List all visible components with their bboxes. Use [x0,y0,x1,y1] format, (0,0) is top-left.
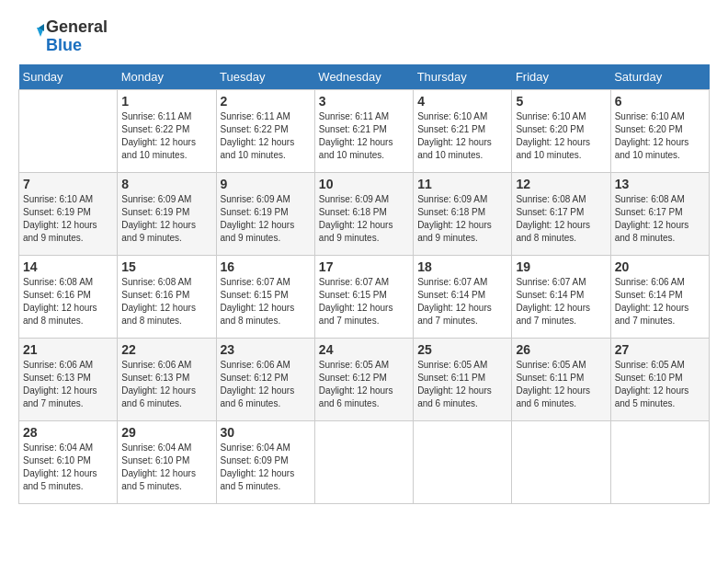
weekday-header-monday: Monday [118,64,216,90]
calendar-cell: 20Sunrise: 6:06 AMSunset: 6:14 PMDayligh… [610,255,709,338]
day-number: 4 [417,94,507,109]
calendar-cell: 13Sunrise: 6:08 AMSunset: 6:17 PMDayligh… [610,172,709,255]
calendar-cell: 14Sunrise: 6:08 AMSunset: 6:16 PMDayligh… [19,255,118,338]
day-number: 30 [221,425,311,440]
day-info: Sunrise: 6:08 AMSunset: 6:17 PMDaylight:… [615,193,705,245]
calendar-cell: 12Sunrise: 6:08 AMSunset: 6:17 PMDayligh… [512,172,610,255]
day-number: 5 [516,94,606,109]
day-info: Sunrise: 6:07 AMSunset: 6:15 PMDaylight:… [319,276,409,327]
calendar-cell [314,420,413,503]
weekday-header-row: SundayMondayTuesdayWednesdayThursdayFrid… [19,64,710,90]
day-info: Sunrise: 6:08 AMSunset: 6:17 PMDaylight:… [516,193,606,245]
day-info: Sunrise: 6:06 AMSunset: 6:13 PMDaylight:… [23,359,113,410]
day-info: Sunrise: 6:11 AMSunset: 6:22 PMDaylight:… [221,110,311,162]
day-info: Sunrise: 6:10 AMSunset: 6:21 PMDaylight:… [417,110,507,162]
day-number: 29 [121,425,211,440]
day-number: 1 [121,94,211,109]
day-info: Sunrise: 6:04 AMSunset: 6:10 PMDaylight:… [121,442,211,493]
day-number: 2 [221,94,311,109]
week-row-2: 7Sunrise: 6:10 AMSunset: 6:19 PMDaylight… [19,172,710,255]
calendar-cell: 3Sunrise: 6:11 AMSunset: 6:21 PMDaylight… [314,89,413,172]
calendar-cell: 15Sunrise: 6:08 AMSunset: 6:16 PMDayligh… [118,255,216,338]
day-number: 17 [319,259,409,274]
logo-blue: Blue [46,37,108,55]
day-info: Sunrise: 6:06 AMSunset: 6:12 PMDaylight:… [221,359,311,410]
day-info: Sunrise: 6:05 AMSunset: 6:10 PMDaylight:… [615,359,705,410]
calendar-cell: 27Sunrise: 6:05 AMSunset: 6:10 PMDayligh… [610,338,709,420]
day-info: Sunrise: 6:05 AMSunset: 6:12 PMDaylight:… [319,359,409,410]
day-number: 3 [319,94,409,109]
day-info: Sunrise: 6:09 AMSunset: 6:19 PMDaylight:… [121,193,211,245]
calendar-cell [19,89,118,172]
day-info: Sunrise: 6:07 AMSunset: 6:14 PMDaylight:… [417,276,507,327]
calendar-cell [512,420,610,503]
day-info: Sunrise: 6:09 AMSunset: 6:18 PMDaylight:… [319,193,409,245]
day-info: Sunrise: 6:07 AMSunset: 6:15 PMDaylight:… [221,276,311,327]
logo: General Blue [18,18,108,55]
week-row-3: 14Sunrise: 6:08 AMSunset: 6:16 PMDayligh… [19,255,710,338]
calendar-cell: 5Sunrise: 6:10 AMSunset: 6:20 PMDaylight… [512,89,610,172]
day-number: 9 [221,177,311,191]
logo-bird-icon [18,24,44,50]
day-info: Sunrise: 6:04 AMSunset: 6:10 PMDaylight:… [23,442,113,493]
day-number: 12 [516,177,606,191]
day-info: Sunrise: 6:09 AMSunset: 6:19 PMDaylight:… [221,193,311,245]
calendar-cell: 16Sunrise: 6:07 AMSunset: 6:15 PMDayligh… [216,255,314,338]
day-number: 21 [23,342,113,357]
page-header: General Blue [18,18,710,55]
calendar-cell: 18Sunrise: 6:07 AMSunset: 6:14 PMDayligh… [414,255,512,338]
calendar-cell: 9Sunrise: 6:09 AMSunset: 6:19 PMDaylight… [216,172,314,255]
calendar-cell: 8Sunrise: 6:09 AMSunset: 6:19 PMDaylight… [118,172,216,255]
day-number: 14 [23,259,113,274]
day-number: 20 [615,259,705,274]
calendar-cell: 22Sunrise: 6:06 AMSunset: 6:13 PMDayligh… [118,338,216,420]
calendar-cell: 11Sunrise: 6:09 AMSunset: 6:18 PMDayligh… [414,172,512,255]
day-number: 16 [221,259,311,274]
week-row-1: 1Sunrise: 6:11 AMSunset: 6:22 PMDaylight… [19,89,710,172]
weekday-header-sunday: Sunday [19,64,118,90]
day-info: Sunrise: 6:11 AMSunset: 6:21 PMDaylight:… [319,110,409,162]
week-row-4: 21Sunrise: 6:06 AMSunset: 6:13 PMDayligh… [19,338,710,420]
calendar-cell: 1Sunrise: 6:11 AMSunset: 6:22 PMDaylight… [118,89,216,172]
day-number: 8 [121,177,211,191]
calendar-cell: 19Sunrise: 6:07 AMSunset: 6:14 PMDayligh… [512,255,610,338]
day-number: 23 [221,342,311,357]
calendar-cell: 2Sunrise: 6:11 AMSunset: 6:22 PMDaylight… [216,89,314,172]
calendar-cell: 28Sunrise: 6:04 AMSunset: 6:10 PMDayligh… [19,420,118,503]
day-info: Sunrise: 6:08 AMSunset: 6:16 PMDaylight:… [121,276,211,327]
calendar-cell: 17Sunrise: 6:07 AMSunset: 6:15 PMDayligh… [314,255,413,338]
day-info: Sunrise: 6:05 AMSunset: 6:11 PMDaylight:… [417,359,507,410]
day-number: 11 [417,177,507,191]
day-number: 6 [615,94,705,109]
calendar-cell: 30Sunrise: 6:04 AMSunset: 6:09 PMDayligh… [216,420,314,503]
day-info: Sunrise: 6:11 AMSunset: 6:22 PMDaylight:… [121,110,211,162]
weekday-header-thursday: Thursday [414,64,512,90]
day-number: 27 [615,342,705,357]
day-number: 24 [319,342,409,357]
calendar-cell [414,420,512,503]
weekday-header-tuesday: Tuesday [216,64,314,90]
calendar-cell: 21Sunrise: 6:06 AMSunset: 6:13 PMDayligh… [19,338,118,420]
week-row-5: 28Sunrise: 6:04 AMSunset: 6:10 PMDayligh… [19,420,710,503]
day-info: Sunrise: 6:09 AMSunset: 6:18 PMDaylight:… [417,193,507,245]
calendar-cell: 6Sunrise: 6:10 AMSunset: 6:20 PMDaylight… [610,89,709,172]
calendar-cell: 23Sunrise: 6:06 AMSunset: 6:12 PMDayligh… [216,338,314,420]
day-number: 18 [417,259,507,274]
weekday-header-saturday: Saturday [610,64,709,90]
calendar-cell: 26Sunrise: 6:05 AMSunset: 6:11 PMDayligh… [512,338,610,420]
calendar-cell: 7Sunrise: 6:10 AMSunset: 6:19 PMDaylight… [19,172,118,255]
day-number: 25 [417,342,507,357]
calendar-table: SundayMondayTuesdayWednesdayThursdayFrid… [18,64,710,504]
day-info: Sunrise: 6:05 AMSunset: 6:11 PMDaylight:… [516,359,606,410]
day-info: Sunrise: 6:06 AMSunset: 6:14 PMDaylight:… [615,276,705,327]
day-number: 22 [121,342,211,357]
day-info: Sunrise: 6:06 AMSunset: 6:13 PMDaylight:… [121,359,211,410]
day-number: 26 [516,342,606,357]
weekday-header-wednesday: Wednesday [314,64,413,90]
day-info: Sunrise: 6:10 AMSunset: 6:20 PMDaylight:… [615,110,705,162]
day-info: Sunrise: 6:04 AMSunset: 6:09 PMDaylight:… [221,442,311,493]
calendar-cell: 25Sunrise: 6:05 AMSunset: 6:11 PMDayligh… [414,338,512,420]
calendar-cell [610,420,709,503]
logo-general: General [46,18,108,37]
day-number: 19 [516,259,606,274]
